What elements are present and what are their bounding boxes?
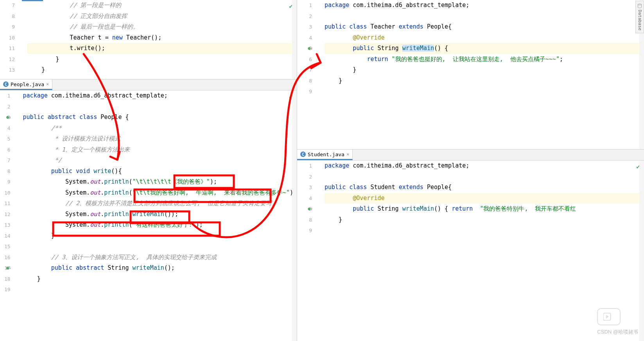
tab-people[interactable]: C People.java × bbox=[0, 79, 52, 90]
tab-label: Student.java bbox=[308, 152, 344, 157]
tab-label: People.java bbox=[11, 81, 44, 87]
svg-point-0 bbox=[638, 4, 642, 5]
tool-label: Database bbox=[637, 10, 642, 31]
tab-student[interactable]: C Student.java × bbox=[297, 150, 353, 160]
tab-bar: C People.java × bbox=[0, 79, 297, 90]
code-content[interactable]: // 第一段是一样的 // 正文部分自由发挥 // 最后一段也是一样的。 Tea… bbox=[22, 0, 297, 79]
code-content[interactable]: package com.itheima.d6_abstract_template… bbox=[18, 90, 297, 341]
tool-window-database[interactable]: Database bbox=[635, 1, 644, 33]
database-icon bbox=[637, 4, 642, 8]
editor-pane-bot-right: C Student.java × 12345●↑89 package com.i… bbox=[297, 150, 644, 341]
code-area[interactable]: 78910111213 // 第一段是一样的 // 正文部分自由发挥 // 最后… bbox=[0, 0, 297, 79]
java-class-icon: C bbox=[3, 81, 9, 87]
scrollbar[interactable] bbox=[292, 90, 297, 341]
editor-pane-top-left: 78910111213 // 第一段是一样的 // 正文部分自由发挥 // 最后… bbox=[0, 0, 297, 79]
code-area[interactable]: 12345●↑89 package com.itheima.d6_abstrac… bbox=[297, 161, 644, 341]
code-area[interactable]: 12345●↑6789 package com.itheima.d6_abstr… bbox=[297, 0, 644, 149]
gutter[interactable]: 123●↓4567891011121314151617●↓1819 bbox=[0, 90, 18, 341]
gutter[interactable]: 12345●↑89 bbox=[297, 161, 319, 341]
close-icon[interactable]: × bbox=[346, 152, 349, 157]
editor-pane-top-right: 12345●↑6789 package com.itheima.d6_abstr… bbox=[297, 0, 644, 150]
code-area[interactable]: 123●↓4567891011121314151617●↓1819 packag… bbox=[0, 90, 297, 341]
code-content[interactable]: package com.itheima.d6_abstract_template… bbox=[319, 0, 644, 149]
left-column: 78910111213 // 第一段是一样的 // 正文部分自由发挥 // 最后… bbox=[0, 0, 297, 341]
java-class-icon: C bbox=[300, 152, 306, 157]
scrollbar[interactable] bbox=[639, 161, 644, 341]
gutter[interactable]: 78910111213 bbox=[0, 0, 22, 79]
video-logo-icon bbox=[597, 308, 621, 325]
right-column: 12345●↑6789 package com.itheima.d6_abstr… bbox=[297, 0, 644, 341]
code-content[interactable]: package com.itheima.d6_abstract_template… bbox=[319, 161, 644, 341]
gutter[interactable]: 12345●↑6789 bbox=[297, 0, 319, 149]
scrollbar[interactable] bbox=[292, 0, 297, 79]
editor-pane-bot-left: C People.java × 123●↓4567891011121314151… bbox=[0, 79, 297, 341]
watermark: CSDN @哈喽姥爷 bbox=[597, 328, 639, 336]
tab-bar: C Student.java × bbox=[297, 150, 644, 161]
ide-root: 78910111213 // 第一段是一样的 // 正文部分自由发挥 // 最后… bbox=[0, 0, 644, 341]
close-icon[interactable]: × bbox=[46, 81, 49, 87]
